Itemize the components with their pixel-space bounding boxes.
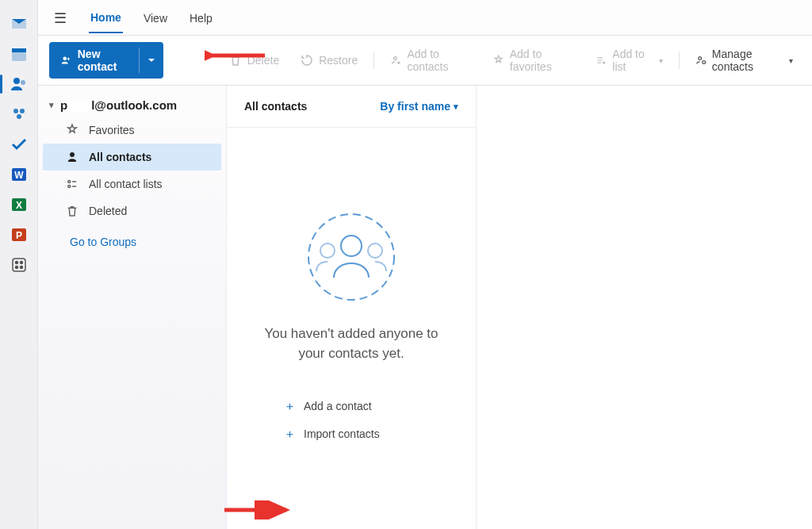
svg-point-2 xyxy=(13,78,20,84)
new-contact-button[interactable]: New contact xyxy=(49,42,163,79)
svg-point-29 xyxy=(368,243,382,258)
restore-button[interactable]: Restore xyxy=(292,48,366,72)
nav-all-lists-label: All contact lists xyxy=(89,178,163,190)
more-apps-icon[interactable] xyxy=(10,255,29,274)
svg-point-25 xyxy=(68,186,71,188)
trash-icon xyxy=(65,204,79,218)
sort-dropdown[interactable]: By first name ▾ xyxy=(380,100,458,113)
contact-list-icon xyxy=(65,177,79,191)
svg-text:P: P xyxy=(15,230,21,241)
delete-button[interactable]: Delete xyxy=(220,48,287,72)
todo-app-icon[interactable] xyxy=(10,135,29,154)
svg-rect-13 xyxy=(13,259,25,271)
go-to-groups-link[interactable]: Go to Groups xyxy=(38,224,226,255)
svg-point-28 xyxy=(320,243,335,258)
folder-pane: ▾ pl@outlook.com Favorites All contacts … xyxy=(38,86,227,529)
person-add-icon xyxy=(60,53,71,67)
add-contact-link[interactable]: ＋ Add a contact xyxy=(284,393,419,420)
list-title: All contacts xyxy=(244,100,307,113)
empty-message: You haven't added anyone to your contact… xyxy=(252,324,450,364)
svg-point-14 xyxy=(15,262,17,264)
tab-home[interactable]: Home xyxy=(89,8,123,33)
svg-point-15 xyxy=(20,262,22,264)
svg-point-20 xyxy=(394,57,397,60)
add-favorites-label: Add to favorites xyxy=(510,48,576,73)
trash-icon xyxy=(228,53,243,67)
svg-rect-1 xyxy=(12,48,26,52)
chevron-down-icon: ▾ xyxy=(49,100,54,110)
tab-view[interactable]: View xyxy=(142,9,169,33)
manage-contacts-button[interactable]: Manage contacts ▾ xyxy=(688,43,801,78)
person-plus-icon xyxy=(390,53,402,67)
chevron-down-icon: ▾ xyxy=(789,56,793,65)
main-area: ☰ Home View Help New contact Delete Re xyxy=(38,0,812,529)
nav-all-contacts[interactable]: All contacts xyxy=(43,144,221,171)
svg-point-23 xyxy=(70,152,75,157)
chevron-down-icon xyxy=(147,56,155,64)
svg-point-5 xyxy=(20,109,25,113)
nav-favorites-label: Favorites xyxy=(89,124,135,136)
top-tab-bar: ☰ Home View Help xyxy=(38,0,812,36)
plus-icon: ＋ xyxy=(284,399,296,414)
list-header: All contacts By first name ▾ xyxy=(227,86,476,128)
powerpoint-app-icon[interactable]: P xyxy=(10,225,29,244)
account-email: pl@outlook.com xyxy=(60,98,177,112)
account-header[interactable]: ▾ pl@outlook.com xyxy=(38,94,226,117)
person-icon xyxy=(65,150,79,164)
import-contacts-link[interactable]: ＋ Import contacts xyxy=(284,420,419,448)
svg-point-27 xyxy=(341,236,362,256)
star-icon xyxy=(65,123,79,137)
people-gear-icon xyxy=(695,53,707,67)
app-rail: W X P xyxy=(0,0,38,529)
empty-illustration xyxy=(296,209,407,305)
svg-text:W: W xyxy=(14,170,24,181)
add-to-contacts-button[interactable]: Add to contacts xyxy=(382,43,480,78)
svg-point-6 xyxy=(17,114,21,119)
groups-app-icon[interactable] xyxy=(10,105,29,124)
nav-favorites[interactable]: Favorites xyxy=(38,117,226,144)
svg-point-24 xyxy=(68,181,71,183)
calendar-app-icon[interactable] xyxy=(10,44,29,63)
word-app-icon[interactable]: W xyxy=(10,165,29,184)
svg-point-22 xyxy=(703,61,706,64)
add-to-list-label: Add to list xyxy=(612,48,653,73)
svg-point-3 xyxy=(21,80,25,85)
sort-label: By first name xyxy=(380,100,450,113)
tab-help[interactable]: Help xyxy=(188,9,214,33)
nav-deleted[interactable]: Deleted xyxy=(38,197,226,224)
people-app-icon[interactable] xyxy=(10,75,29,94)
list-plus-icon xyxy=(596,53,607,67)
add-contact-label: Add a contact xyxy=(304,400,372,412)
chevron-down-icon: ▾ xyxy=(454,102,458,112)
mail-app-icon[interactable] xyxy=(10,14,29,33)
hamburger-icon[interactable]: ☰ xyxy=(51,6,70,35)
excel-app-icon[interactable]: X xyxy=(10,195,29,214)
svg-point-18 xyxy=(63,56,67,60)
svg-point-16 xyxy=(15,266,17,269)
delete-label: Delete xyxy=(247,54,279,67)
nav-deleted-label: Deleted xyxy=(89,205,127,217)
restore-label: Restore xyxy=(319,54,358,67)
svg-point-17 xyxy=(20,266,22,269)
empty-state: You haven't added anyone to your contact… xyxy=(227,128,476,529)
add-to-list-button[interactable]: Add to list ▾ xyxy=(588,43,670,78)
new-contact-dropdown[interactable] xyxy=(139,48,163,73)
toolbar: New contact Delete Restore Add to contac… xyxy=(38,36,812,86)
star-plus-icon xyxy=(492,53,504,67)
plus-icon: ＋ xyxy=(284,427,296,442)
contact-list-pane: All contacts By first name ▾ You haven't… xyxy=(227,86,477,529)
detail-pane xyxy=(477,86,812,529)
new-contact-label: New contact xyxy=(78,48,128,73)
svg-text:X: X xyxy=(15,200,21,211)
add-contacts-label: Add to contacts xyxy=(407,48,472,73)
import-contacts-label: Import contacts xyxy=(304,427,380,440)
svg-point-21 xyxy=(699,57,702,60)
chevron-down-icon: ▾ xyxy=(659,56,663,65)
content-row: ▾ pl@outlook.com Favorites All contacts … xyxy=(38,86,812,529)
add-to-favorites-button[interactable]: Add to favorites xyxy=(485,43,583,78)
svg-point-4 xyxy=(13,109,18,113)
restore-icon xyxy=(300,53,314,67)
manage-contacts-label: Manage contacts xyxy=(712,48,783,73)
nav-all-contacts-label: All contacts xyxy=(89,151,151,163)
nav-all-contact-lists[interactable]: All contact lists xyxy=(38,171,226,197)
